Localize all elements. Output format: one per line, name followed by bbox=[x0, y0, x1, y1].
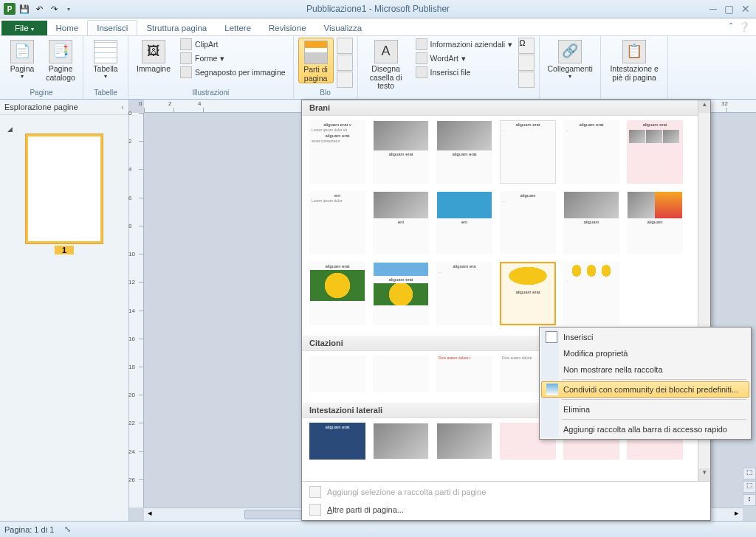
tool-3[interactable]: ↕ bbox=[743, 494, 756, 506]
gallery-item[interactable]: aliguam erat bbox=[627, 120, 683, 184]
wordart-button[interactable]: WordArt ▾ bbox=[413, 52, 516, 65]
tab-insert[interactable]: Inserisci bbox=[87, 20, 137, 35]
page-thumbnail-label: 1 bbox=[55, 246, 74, 254]
panel-collapse-icon[interactable]: ‹ bbox=[121, 103, 124, 111]
gallery-item[interactable] bbox=[373, 423, 429, 460]
header-footer-button[interactable]: 📋Intestazione e piè di pagina bbox=[605, 38, 663, 82]
tab-file[interactable]: File bbox=[1, 21, 47, 35]
page-parts-button[interactable]: Parti di pagina bbox=[298, 38, 334, 83]
gallery-item[interactable]: aliguam erat bbox=[309, 423, 365, 460]
gallery-item[interactable]: aliguam erat bbox=[373, 262, 429, 325]
gallery-item[interactable]: eniLorem ipsum dolor bbox=[309, 191, 365, 254]
blocks-small-buttons[interactable] bbox=[337, 38, 353, 88]
page-navigation-panel: Esplorazione pagine ‹ ◢ 1 bbox=[0, 100, 129, 521]
tool-2[interactable]: ⬚ bbox=[743, 481, 756, 493]
group-tables-label: Tabelle bbox=[88, 89, 123, 99]
tool-1[interactable]: ⬚ bbox=[743, 468, 756, 479]
ribbon: 📄Pagina▾ 📑Pagine catalogo Pagine Tabella… bbox=[0, 36, 756, 100]
gallery-item[interactable]: aliguam erat... bbox=[500, 120, 556, 184]
document-icon bbox=[546, 331, 557, 343]
ctx-delete[interactable]: Elimina bbox=[541, 401, 749, 418]
gallery-item[interactable]: ... bbox=[563, 262, 619, 325]
gallery-item[interactable]: aliguam erat vLorem ipsum dolor sitaligu… bbox=[309, 120, 365, 184]
links-button[interactable]: 🔗Collegamenti▾ bbox=[544, 38, 596, 80]
text-small-buttons[interactable]: Ω bbox=[518, 38, 535, 88]
page-indicator[interactable]: Pagina: 1 di 1 bbox=[4, 525, 54, 534]
window-title: Pubblicazione1 - Microsoft Publisher bbox=[0, 4, 756, 14]
business-info-button[interactable]: Informazioni aziendali ▾ bbox=[413, 38, 516, 51]
tab-review[interactable]: Revisione bbox=[260, 21, 315, 35]
gallery-item[interactable] bbox=[373, 356, 429, 392]
group-blocks-label: Blo bbox=[298, 89, 353, 99]
page-parts-gallery: ▴▾ Brani aliguam erat vLorem ipsum dolor… bbox=[301, 100, 711, 521]
category-brani: Brani bbox=[302, 100, 698, 116]
collapse-icon[interactable]: ◢ bbox=[7, 125, 13, 133]
gallery-item[interactable]: aliguam erat bbox=[373, 120, 429, 184]
tab-letters[interactable]: Lettere bbox=[216, 21, 260, 35]
gallery-item[interactable]: aliguam bbox=[627, 191, 683, 254]
panel-title: Esplorazione pagine bbox=[4, 103, 78, 111]
context-menu: Inserisci Modifica proprietà Non mostrar… bbox=[539, 327, 752, 440]
tab-page-layout[interactable]: Struttura pagina bbox=[137, 21, 216, 35]
image-placeholder-button[interactable]: Segnaposto per immagine bbox=[177, 66, 289, 79]
tab-home[interactable]: Home bbox=[47, 21, 88, 35]
gallery-item[interactable]: aliguam erat bbox=[309, 262, 365, 325]
share-icon bbox=[546, 384, 558, 395]
ctx-edit-properties[interactable]: Modifica proprietà bbox=[541, 345, 749, 361]
gallery-item[interactable]: eni bbox=[436, 191, 492, 254]
gallery-item[interactable] bbox=[436, 423, 492, 460]
image-button[interactable]: 🖼Immagine bbox=[133, 38, 174, 74]
cursor-icon: ⤡ bbox=[64, 524, 71, 534]
add-selection-button: Aggiungi selezione a raccolta parti di p… bbox=[302, 483, 710, 501]
ctx-add-to-qat[interactable]: Aggiungi raccolta alla barra di accesso … bbox=[541, 421, 749, 437]
gallery-item[interactable]: Duis autem dolore t bbox=[436, 356, 492, 392]
gallery-item-selected[interactable]: aliguam erat bbox=[500, 262, 556, 325]
group-illustrations-label: Illustrazioni bbox=[133, 89, 289, 99]
vertical-ruler bbox=[129, 113, 144, 507]
gallery-item[interactable]: aliguam erat... bbox=[563, 120, 619, 184]
gallery-item[interactable]: aliguam... bbox=[500, 191, 556, 254]
right-toolbar: ⬚ ⬚ ↕ bbox=[743, 468, 756, 506]
more-page-parts-button[interactable]: Altre parti di pagina... bbox=[302, 501, 710, 519]
catalog-pages-button[interactable]: 📑Pagine catalogo bbox=[43, 38, 78, 82]
gallery-item[interactable] bbox=[309, 356, 365, 392]
shapes-button[interactable]: Forme ▾ bbox=[177, 52, 289, 65]
gallery-item[interactable]: aliguam erat bbox=[436, 120, 492, 184]
help-icon[interactable]: ❔ bbox=[738, 21, 750, 32]
table-button[interactable]: Tabella▾ bbox=[88, 38, 123, 80]
insert-file-button[interactable]: Inserisci file bbox=[413, 66, 516, 79]
ctx-insert[interactable]: Inserisci bbox=[541, 329, 749, 345]
ctx-hide-in-gallery[interactable]: Non mostrare nella raccolta bbox=[541, 361, 749, 378]
gallery-item[interactable]: aliguam era... bbox=[436, 262, 492, 325]
ribbon-minimize-icon[interactable]: ⌃ bbox=[728, 21, 734, 32]
tab-view[interactable]: Visualizza bbox=[315, 21, 371, 35]
group-pages-label: Pagine bbox=[4, 89, 78, 99]
gallery-item[interactable]: aliguam bbox=[563, 191, 619, 254]
gallery-item[interactable]: eni bbox=[373, 191, 429, 254]
draw-textbox-button[interactable]: ADisegna casella di testo bbox=[362, 38, 410, 91]
page-thumbnail[interactable] bbox=[26, 134, 103, 243]
clipart-button[interactable]: ClipArt bbox=[177, 38, 289, 51]
gallery-footer: Aggiungi selezione a raccolta parti di p… bbox=[302, 481, 710, 520]
ctx-share-community[interactable]: Condividi con community dei blocchi pred… bbox=[541, 381, 749, 398]
page-button[interactable]: 📄Pagina▾ bbox=[4, 38, 40, 80]
ribbon-tabs: File Home Inserisci Struttura pagina Let… bbox=[0, 18, 756, 36]
status-bar: Pagina: 1 di 1 ⤡ bbox=[0, 521, 756, 537]
title-bar: P 💾 ↶ ↷ ▾ Pubblicazione1 - Microsoft Pub… bbox=[0, 0, 756, 18]
